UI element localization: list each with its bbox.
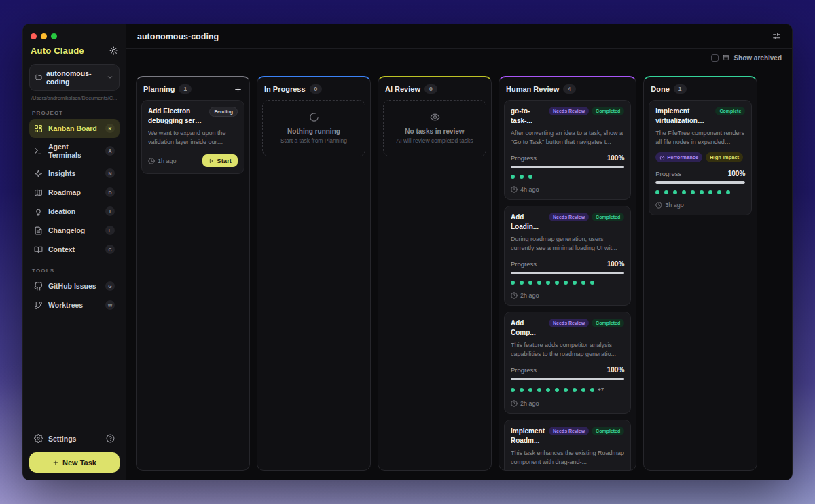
minimize-window-button[interactable] xyxy=(41,33,47,39)
sparkles-icon xyxy=(34,169,43,178)
sidebar-item-agent-terminals[interactable]: Agent Terminals A xyxy=(29,138,120,164)
kanban-board: Planning 1 Add Electron debugging server… xyxy=(126,67,792,480)
status-badge: Pending xyxy=(209,107,238,117)
show-archived-checkbox[interactable] xyxy=(711,54,719,62)
task-card[interactable]: go-to-task-... Needs Review Completed Af… xyxy=(504,100,631,200)
app-window: Auto Claude autonomous-coding /Users/and… xyxy=(22,24,793,480)
task-card[interactable]: Add Electron debugging server wit... Pen… xyxy=(141,100,244,174)
gauge-icon xyxy=(659,155,665,160)
page-title: autonomous-coding xyxy=(137,32,219,41)
sidebar-item-label: Agent Terminals xyxy=(48,143,100,159)
sidebar-item-ideation[interactable]: Ideation I xyxy=(29,202,120,221)
task-card[interactable]: Add Comp... Needs Review Completed This … xyxy=(504,312,631,414)
theme-toggle-button[interactable] xyxy=(109,46,118,55)
needs-review-badge: Needs Review xyxy=(549,427,589,435)
add-task-button[interactable] xyxy=(234,85,242,94)
sidebar-item-label: Insights xyxy=(48,169,75,177)
task-description: This task enhances the existing Roadmap … xyxy=(511,449,624,467)
sidebar-item-label: Kanban Board xyxy=(48,124,97,132)
sidebar-item-roadmap[interactable]: Roadmap D xyxy=(29,183,120,202)
high-impact-tag: High Impact xyxy=(706,152,743,162)
column-in-progress: In Progress 0 Nothing running Start a ta… xyxy=(257,76,371,471)
sun-icon xyxy=(109,46,118,55)
column-title: Human Review xyxy=(506,85,559,93)
shortcut-badge: K xyxy=(105,124,115,133)
sidebar-item-label: Changelog xyxy=(48,226,85,234)
task-card[interactable]: Implement Roadm... Needs Review Complete… xyxy=(504,420,631,470)
sidebar-item-kanban-board[interactable]: Kanban Board K xyxy=(29,119,120,138)
needs-review-badge: Needs Review xyxy=(549,319,589,327)
clock-icon xyxy=(148,158,155,164)
kanban-icon xyxy=(34,124,43,133)
completed-badge: Completed xyxy=(592,319,624,327)
chevron-down-icon xyxy=(107,74,113,81)
task-title: Add Comp... xyxy=(511,319,545,338)
clock-icon xyxy=(511,186,518,193)
completed-badge: Completed xyxy=(592,213,624,221)
eye-icon xyxy=(430,112,440,122)
column-count-badge: 1 xyxy=(674,84,687,94)
shortcut-badge: L xyxy=(105,226,115,235)
column-title: Done xyxy=(651,85,670,93)
main-area: autonomous-coding Show archived Planning… xyxy=(126,24,792,480)
sidebar-item-changelog[interactable]: Changelog L xyxy=(29,221,120,240)
clock-icon xyxy=(655,202,662,209)
sidebar-item-github-issues[interactable]: GitHub Issues G xyxy=(29,276,120,295)
task-time: 2h ago xyxy=(511,400,539,407)
settings-row[interactable]: Settings xyxy=(29,429,120,448)
sidebar-item-label: GitHub Issues xyxy=(48,282,96,290)
task-card[interactable]: Implement virtualization for... Complete… xyxy=(649,100,752,215)
new-task-button[interactable]: New Task xyxy=(29,452,120,473)
board-filter-button[interactable] xyxy=(772,32,781,41)
empty-state-subtitle: AI will review completed tasks xyxy=(397,137,473,144)
settings-label: Settings xyxy=(48,435,76,443)
sidebar-item-context[interactable]: Context C xyxy=(29,240,120,259)
progress-label: Progress xyxy=(511,366,537,374)
sidebar-item-insights[interactable]: Insights N xyxy=(29,164,120,183)
show-archived-label: Show archived xyxy=(734,54,782,62)
github-icon xyxy=(34,282,43,291)
task-title: Implement virtualization for... xyxy=(655,107,711,126)
plus-icon xyxy=(234,85,242,94)
progress-value: 100% xyxy=(607,154,625,162)
column-count-badge: 4 xyxy=(563,84,576,94)
sidebar-item-label: Ideation xyxy=(48,207,75,215)
task-title: Add Loadin... xyxy=(511,213,545,232)
app-title: Auto Claude xyxy=(31,46,84,56)
shortcut-badge: N xyxy=(105,168,115,178)
section-label-project: PROJECT xyxy=(32,110,117,116)
project-path: /Users/andremikalsen/Documents/C... xyxy=(31,95,117,101)
progress-bar xyxy=(655,181,745,184)
shortcut-badge: D xyxy=(105,187,115,197)
empty-state-title: No tasks in review xyxy=(405,128,464,135)
project-selector[interactable]: autonomous-coding xyxy=(29,64,120,91)
progress-label: Progress xyxy=(511,260,537,268)
help-button[interactable] xyxy=(106,434,115,443)
task-description: During roadmap generation, users current… xyxy=(511,235,624,253)
clock-icon xyxy=(511,292,518,299)
progress-bar xyxy=(511,378,624,380)
task-description: After converting an idea to a task, show… xyxy=(511,129,624,147)
close-window-button[interactable] xyxy=(31,33,37,39)
task-description: We want to expand upon the validation la… xyxy=(148,129,238,147)
task-description: The FileTree component renders all file … xyxy=(655,129,745,147)
column-human-review: Human Review 4 go-to-task-... Needs Revi… xyxy=(499,76,636,471)
completed-badge: Completed xyxy=(592,107,624,115)
task-card[interactable]: Add Loadin... Needs Review Completed Dur… xyxy=(504,206,631,306)
subtask-dots xyxy=(655,190,730,194)
progress-label: Progress xyxy=(511,154,537,162)
column-title: Planning xyxy=(143,85,175,93)
maximize-window-button[interactable] xyxy=(51,33,57,39)
start-button[interactable]: Start xyxy=(202,154,238,167)
needs-review-badge: Needs Review xyxy=(549,107,589,115)
subtask-dots xyxy=(511,281,594,285)
book-open-icon xyxy=(34,245,43,254)
sidebar-item-worktrees[interactable]: Worktrees W xyxy=(29,295,120,314)
question-icon xyxy=(106,434,115,443)
column-title: AI Review xyxy=(385,85,420,93)
task-title: Add Electron debugging server wit... xyxy=(148,107,205,126)
column-ai-review: AI Review 0 No tasks in review AI will r… xyxy=(378,76,492,471)
complete-badge: Complete xyxy=(715,107,745,115)
column-done: Done 1 Implement virtualization for... C… xyxy=(643,76,757,471)
lightbulb-icon xyxy=(34,207,43,216)
